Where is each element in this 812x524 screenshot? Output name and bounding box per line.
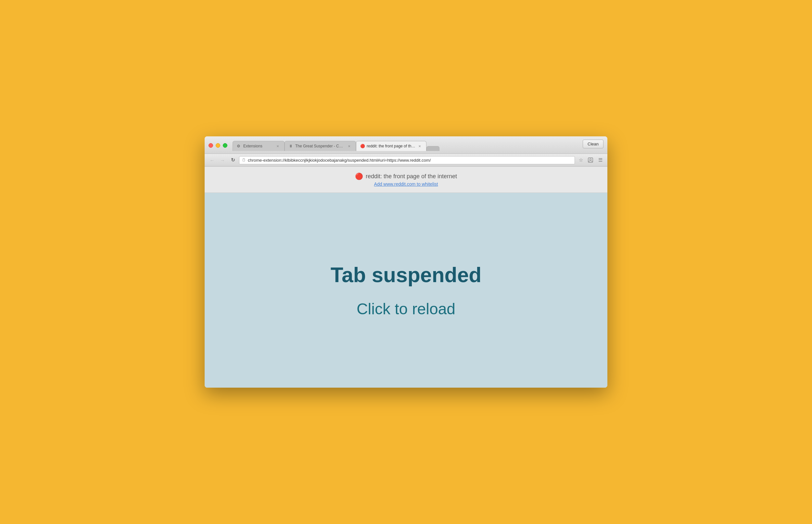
address-input[interactable] [248,158,572,163]
reddit-tab-icon: 🔴 [360,144,365,148]
great-suspender-tab-icon: ⏸ [289,144,293,148]
tab-extensions-close[interactable]: ✕ [275,144,280,149]
tab-reddit[interactable]: 🔴 reddit: the front page of th… ✕ [356,141,426,151]
close-button[interactable] [209,143,213,148]
browser-window: ⚙ Extensions ✕ ⏸ The Great Suspender - C… [205,136,607,388]
title-bar: ⚙ Extensions ✕ ⏸ The Great Suspender - C… [205,136,607,154]
whitelist-link[interactable]: Add www.reddit.com to whitelist [211,181,601,187]
tab-great-suspender-close[interactable]: ✕ [346,144,352,149]
bookmark-icon[interactable]: ☆ [577,156,585,164]
tab-great-suspender-label: The Great Suspender - Ch… [295,144,345,148]
tab-great-suspender[interactable]: ⏸ The Great Suspender - Ch… ✕ [285,141,356,151]
tab-reddit-close[interactable]: ✕ [417,144,422,149]
reddit-logo-icon: 🔴 [355,173,363,180]
tab-suspended-heading: Tab suspended [331,263,482,287]
traffic-lights [209,143,227,148]
svg-point-1 [590,159,591,160]
suspended-page-content[interactable]: Tab suspended Click to reload [205,193,607,388]
maximize-button[interactable] [223,143,227,148]
tabs-row: ⚙ Extensions ✕ ⏸ The Great Suspender - C… [232,141,583,151]
page-header: 🔴 reddit: the front page of the internet… [205,166,607,193]
title-bar-top: ⚙ Extensions ✕ ⏸ The Great Suspender - C… [209,140,603,151]
site-title-text: reddit: the front page of the internet [366,173,457,180]
page-icon: 🗒 [242,158,246,162]
minimize-button[interactable] [216,143,220,148]
click-to-reload-text: Click to reload [357,300,455,318]
tab-extensions[interactable]: ⚙ Extensions ✕ [232,141,285,151]
forward-button[interactable]: → [218,156,227,164]
extensions-tab-icon: ⚙ [237,144,241,148]
menu-icon[interactable]: ☰ [596,156,604,164]
reload-button[interactable]: ↻ [229,156,237,164]
clean-button[interactable]: Clean [583,140,603,148]
address-bar-row: ← → ↻ 🗒 ☆ ☰ [205,154,607,166]
tabs-area: ⚙ Extensions ✕ ⏸ The Great Suspender - C… [232,140,603,151]
site-title: 🔴 reddit: the front page of the internet [211,173,601,180]
tab-blank[interactable] [426,146,439,151]
address-bar[interactable]: 🗒 [239,156,575,164]
tab-reddit-label: reddit: the front page of th… [367,144,415,148]
tab-extensions-label: Extensions [243,144,273,148]
user-icon[interactable] [587,156,595,164]
back-button[interactable]: ← [208,156,216,164]
